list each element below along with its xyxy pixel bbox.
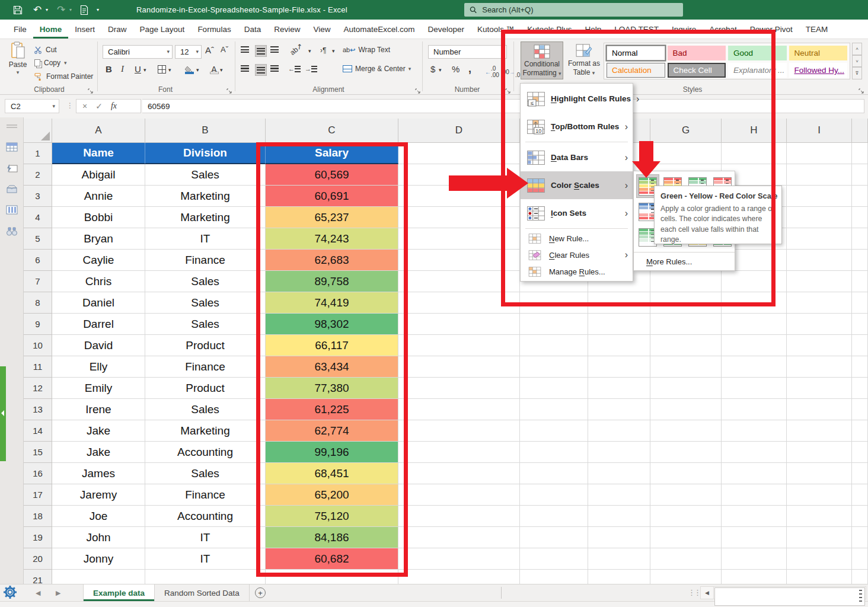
cell-B13[interactable]: Sales [145, 399, 266, 420]
cell-C19[interactable]: 84,186 [266, 527, 398, 548]
orientation-button[interactable]: ab↗ [288, 41, 304, 57]
cell-H9[interactable] [722, 314, 787, 335]
cell-B12[interactable]: Product [145, 378, 266, 399]
italic-button[interactable]: I [121, 64, 124, 74]
cell-G20[interactable] [650, 548, 722, 570]
row-header-11[interactable]: 11 [24, 356, 52, 378]
cell-I2[interactable] [787, 164, 852, 186]
menu-item-clear-rules[interactable]: Clear Rules› [521, 247, 633, 263]
menu-item-highlight-cells-rules[interactable]: ≤Highlight Cells Rules› [521, 85, 633, 113]
cell-H21[interactable] [722, 570, 787, 584]
cell-J9[interactable] [852, 314, 868, 335]
cell-F17[interactable] [588, 484, 650, 506]
column-header-i[interactable]: I [787, 119, 852, 143]
comma-style-button[interactable]: , [468, 63, 471, 75]
cell-C9[interactable]: 98,302 [266, 314, 398, 335]
text-direction-dropdown-icon[interactable]: ▾ [332, 49, 335, 54]
ribbon-tab-help[interactable]: Help [578, 20, 608, 39]
search-input[interactable] [482, 5, 678, 14]
cell-D13[interactable] [398, 399, 520, 420]
cell-D18[interactable] [398, 506, 520, 527]
cell-A18[interactable]: Joe [52, 506, 145, 527]
cell-A16[interactable]: James [52, 463, 145, 484]
wrap-text-button[interactable]: ab↩ Wrap Text [343, 46, 390, 54]
increase-font-size-button[interactable]: Aˆ [205, 45, 214, 55]
cell-J2[interactable] [852, 164, 868, 186]
alignment-dialog-launcher-icon[interactable] [415, 86, 422, 92]
settings-gear-icon[interactable] [2, 584, 18, 602]
gallery-scroll-down-icon[interactable]: ˅ [852, 55, 862, 68]
sidebar-drawer-icon[interactable] [6, 184, 18, 196]
cell-A11[interactable]: Elly [52, 356, 145, 378]
font-dialog-launcher-icon[interactable] [226, 86, 233, 92]
style-gallery-scrollbar[interactable]: ˄ ˅ ⊽ [852, 43, 862, 79]
cell-C14[interactable]: 62,774 [266, 420, 398, 442]
cell-H17[interactable] [722, 484, 787, 506]
cell-J7[interactable] [852, 271, 868, 292]
cell-I10[interactable] [787, 335, 852, 356]
cell-G8[interactable] [650, 292, 722, 314]
column-header-h[interactable]: H [722, 119, 787, 143]
cell-F12[interactable] [588, 378, 650, 399]
sheet-tab-example-data[interactable]: Example data [83, 584, 155, 601]
cell-A5[interactable]: Bryan [52, 228, 145, 250]
scroll-left-icon[interactable]: ◀ [701, 587, 714, 599]
cell-B5[interactable]: IT [145, 228, 266, 250]
undo-icon[interactable]: ↶ [30, 0, 45, 20]
format-painter-button[interactable]: Format Painter [34, 72, 93, 81]
cell-I18[interactable] [787, 506, 852, 527]
paste-dropdown-icon[interactable]: ▾ [17, 70, 20, 75]
ribbon-tab-developer[interactable]: Developer [422, 20, 471, 39]
cell-D5[interactable] [398, 228, 520, 250]
ribbon-tab-automateexcel-com[interactable]: AutomateExcel.com [337, 20, 421, 39]
cut-button[interactable]: Cut [34, 46, 57, 54]
ribbon-tab-file[interactable]: File [7, 20, 33, 39]
cell-I5[interactable] [787, 228, 852, 250]
cell-J4[interactable] [852, 207, 868, 228]
row-header-17[interactable]: 17 [24, 484, 52, 506]
cell-B8[interactable]: Sales [145, 292, 266, 314]
cell-F13[interactable] [588, 399, 650, 420]
cell-A21[interactable] [52, 570, 145, 584]
cell-D3[interactable] [398, 186, 520, 207]
cell-C8[interactable]: 74,419 [266, 292, 398, 314]
cell-E8[interactable] [520, 292, 588, 314]
cell-J17[interactable] [852, 484, 868, 506]
copy-button[interactable]: Copy ▾ [34, 59, 67, 67]
cell-D7[interactable] [398, 271, 520, 292]
cell-A7[interactable]: Chris [52, 271, 145, 292]
cell-F10[interactable] [588, 335, 650, 356]
cell-B2[interactable]: Sales [145, 164, 266, 186]
cell-C21[interactable] [266, 570, 398, 584]
cell-C17[interactable]: 65,200 [266, 484, 398, 506]
underline-button[interactable]: U [135, 64, 141, 74]
cell-C16[interactable]: 68,451 [266, 463, 398, 484]
cell-H13[interactable] [722, 399, 787, 420]
cell-I7[interactable] [787, 271, 852, 292]
undo-dropdown-icon[interactable]: ▾ [44, 0, 50, 20]
cell-E20[interactable] [520, 548, 588, 570]
accounting-dropdown-icon[interactable]: ▾ [439, 68, 442, 73]
cell-D15[interactable] [398, 442, 520, 463]
cell-I12[interactable] [787, 378, 852, 399]
ribbon-tab-kutools-plus[interactable]: Kutools Plus [521, 20, 578, 39]
cell-H19[interactable] [722, 527, 787, 548]
cell-F14[interactable] [588, 420, 650, 442]
cell-B3[interactable]: Marketing [145, 186, 266, 207]
style-normal[interactable]: Normal [607, 46, 665, 60]
cell-H11[interactable] [722, 356, 787, 378]
style-good[interactable]: Good [728, 46, 787, 60]
orientation-dropdown-icon[interactable]: ▾ [308, 49, 311, 54]
fill-color-button[interactable] [184, 64, 194, 75]
cell-A15[interactable]: Jake [52, 442, 145, 463]
cell-I1[interactable] [787, 143, 852, 164]
cell-I15[interactable] [787, 442, 852, 463]
cell-G19[interactable] [650, 527, 722, 548]
row-header-21[interactable]: 21 [24, 570, 52, 584]
cell-G14[interactable] [650, 420, 722, 442]
cell-J21[interactable] [852, 570, 868, 584]
ribbon-tab-review[interactable]: Review [267, 20, 307, 39]
menu-item-color-scales[interactable]: Color Scales› [521, 171, 633, 199]
save-icon[interactable] [11, 0, 25, 20]
ribbon-tab-team[interactable]: TEAM [799, 20, 835, 39]
